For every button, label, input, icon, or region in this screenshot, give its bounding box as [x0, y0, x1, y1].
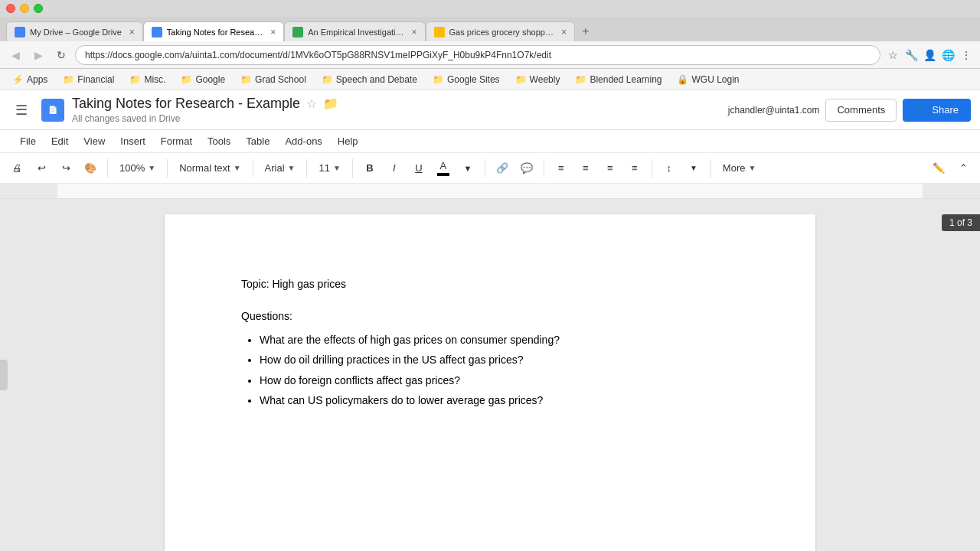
close-button[interactable]: [6, 4, 15, 13]
align-center-button[interactable]: ≡: [575, 158, 596, 179]
new-tab-button[interactable]: +: [575, 21, 596, 41]
empirical-favicon: [292, 27, 303, 37]
doc-title[interactable]: Taking Notes for Research - Example: [72, 96, 300, 112]
justify-button[interactable]: ≡: [624, 158, 645, 179]
autosave-status: All changes saved in Drive: [72, 113, 720, 124]
docs-body[interactable]: Topic: High gas prices Questions: What a…: [0, 199, 980, 551]
menu-format[interactable]: Format: [153, 132, 200, 150]
bookmark-googlesites[interactable]: 📁 Google Sites: [426, 73, 506, 86]
forward-button[interactable]: ▶: [29, 46, 47, 64]
menu-addons[interactable]: Add-ons: [277, 132, 329, 150]
gradschool-folder-icon: 📁: [240, 74, 252, 85]
align-right-button[interactable]: ≡: [599, 158, 621, 179]
underline-button[interactable]: U: [408, 158, 430, 179]
style-dropdown[interactable]: Normal text ▼: [174, 158, 246, 179]
color-indicator: [437, 173, 449, 176]
bold-button[interactable]: B: [359, 158, 381, 179]
docs-menubar: File Edit View Insert Format Tools Table…: [0, 130, 980, 153]
back-button[interactable]: ◀: [6, 46, 24, 64]
menu-insert[interactable]: Insert: [113, 132, 153, 150]
tab-empirical[interactable]: An Empirical Investigati… ×: [284, 21, 425, 41]
star-icon[interactable]: ☆: [885, 47, 900, 63]
maximize-button[interactable]: [34, 4, 43, 13]
googlesites-folder-icon: 📁: [433, 74, 444, 85]
bookmark-financial[interactable]: 📁 Financial: [57, 73, 120, 86]
menu-help[interactable]: Help: [330, 132, 366, 150]
extension-icon[interactable]: 🔧: [903, 47, 919, 63]
italic-button[interactable]: I: [384, 158, 405, 179]
hamburger-menu-button[interactable]: ☰: [9, 98, 34, 122]
bookmark-apps[interactable]: ⚡ Apps: [6, 73, 54, 86]
menu-tools[interactable]: Tools: [200, 132, 238, 150]
edit-mode-button[interactable]: ✏️: [928, 158, 949, 179]
star-doc-button[interactable]: ☆: [306, 96, 317, 111]
tab-takingnotes-close[interactable]: ×: [270, 27, 276, 37]
tab-empirical-close[interactable]: ×: [412, 27, 417, 37]
link-button[interactable]: 🔗: [492, 158, 513, 179]
menu-table[interactable]: Table: [238, 132, 277, 150]
profile-icon[interactable]: 👤: [922, 47, 937, 63]
page-indicator: 1 of 3: [942, 214, 980, 231]
document-content: Topic: High gas prices Questions: What a…: [241, 276, 739, 409]
text-color-button[interactable]: A: [433, 158, 454, 179]
topic-label: Topic:: [241, 278, 270, 290]
tab-gdrive[interactable]: My Drive – Google Drive ×: [6, 21, 143, 41]
docs-title-row: Taking Notes for Research - Example ☆ 📁: [72, 96, 720, 112]
font-dropdown[interactable]: Arial ▼: [260, 158, 301, 179]
apps-icon: ⚡: [12, 74, 24, 85]
tab-gdrive-close[interactable]: ×: [129, 27, 135, 37]
address-input[interactable]: [75, 45, 880, 65]
undo-button[interactable]: ↩: [31, 158, 52, 179]
menu-file[interactable]: File: [12, 132, 44, 150]
bookmark-blended[interactable]: 📁 Blended Learning: [569, 73, 668, 86]
translate-icon[interactable]: 🌐: [940, 47, 956, 63]
redo-button[interactable]: ↪: [55, 158, 77, 179]
fontsize-dropdown[interactable]: 11 ▼: [313, 158, 345, 179]
titlebar: [0, 0, 980, 17]
bookmark-misc-label: Misc.: [144, 74, 165, 85]
gdrive-favicon: [15, 27, 25, 37]
sep9: [710, 159, 711, 178]
wgu-lock-icon: 🔒: [677, 74, 688, 85]
browser-toolbar-icons: ☆ 🔧 👤 🌐 ⋮: [885, 47, 974, 63]
bookmark-gradschool[interactable]: 📁 Grad School: [234, 73, 312, 86]
list-item: How do foreign conflicts affect gas pric…: [260, 372, 739, 389]
sep3: [253, 159, 253, 178]
minimize-button[interactable]: [20, 4, 29, 13]
paint-format-button[interactable]: 🎨: [80, 158, 101, 179]
side-panel-tab[interactable]: [0, 360, 8, 390]
docs-header-right: jchandler@uinta1.com Comments 👤 Share: [728, 99, 971, 122]
bookmark-google[interactable]: 📁 Google: [175, 73, 231, 86]
tab-gasprices[interactable]: Gas prices grocery shopp… ×: [426, 21, 575, 41]
refresh-button[interactable]: ↻: [52, 46, 70, 64]
docs-title-area: Taking Notes for Research - Example ☆ 📁 …: [72, 96, 720, 124]
align-left-button[interactable]: ≡: [550, 158, 572, 179]
tab-gasprices-close[interactable]: ×: [561, 27, 567, 37]
user-email[interactable]: jchandler@uinta1.com: [728, 105, 820, 116]
sep6: [485, 159, 485, 178]
comment-button[interactable]: 💬: [516, 158, 537, 179]
zoom-value: 100%: [119, 162, 145, 174]
print-button[interactable]: 🖨: [6, 158, 28, 179]
collapse-toolbar-button[interactable]: ⌃: [952, 158, 974, 179]
more-icon[interactable]: ⋮: [959, 47, 974, 63]
line-spacing-arrow[interactable]: ▼: [683, 158, 704, 179]
bookmark-misc[interactable]: 📁 Misc.: [123, 73, 172, 86]
font-arrow-icon: ▼: [288, 164, 296, 172]
menu-view[interactable]: View: [76, 132, 113, 150]
share-button[interactable]: 👤 Share: [903, 99, 971, 122]
menu-edit[interactable]: Edit: [44, 132, 76, 150]
questions-section: Questions: What are the effects of high …: [241, 308, 739, 409]
comments-button[interactable]: Comments: [825, 99, 897, 122]
highlight-button[interactable]: ▼: [457, 158, 479, 179]
bookmark-weebly[interactable]: 📁 Weebly: [509, 73, 567, 86]
more-dropdown[interactable]: More ▼: [717, 158, 762, 179]
folder-icon[interactable]: 📁: [323, 96, 338, 111]
bookmark-speech[interactable]: 📁 Speech and Debate: [315, 73, 423, 86]
more-arrow-icon: ▼: [748, 164, 756, 172]
tab-takingnotes[interactable]: Taking Notes for Resea… ×: [143, 21, 284, 41]
underline-container: U: [415, 162, 422, 174]
zoom-dropdown[interactable]: 100% ▼: [114, 158, 161, 179]
bookmark-wgu[interactable]: 🔒 WGU Login: [671, 73, 745, 86]
line-spacing-button[interactable]: ↕: [658, 158, 680, 179]
